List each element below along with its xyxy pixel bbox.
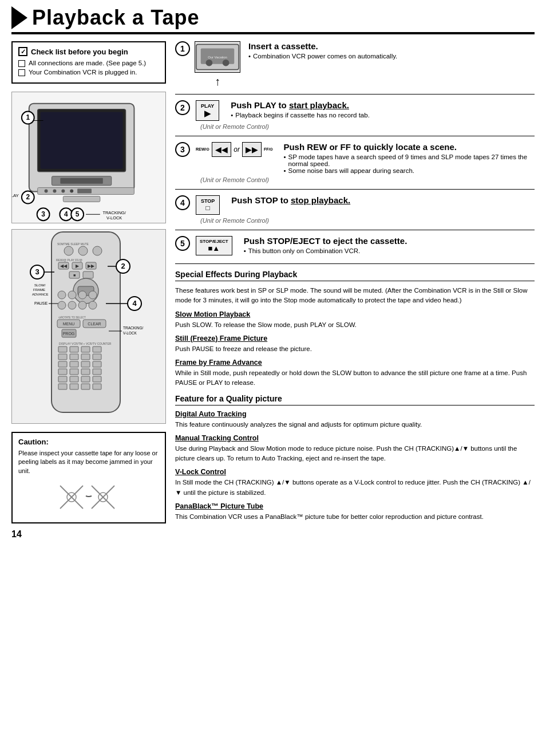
step-4-unit-label: (Unit or Remote Control)	[175, 217, 535, 224]
step-5-title: Push STOP/EJECT to eject the cassette.	[244, 236, 535, 246]
step-3-unit-label: (Unit or Remote Control)	[175, 176, 535, 183]
svg-point-6	[45, 190, 48, 193]
step-2-section: 2 PLAY ▶ Push PLAY to start playback. • …	[175, 100, 535, 136]
panablack-title: PanaBlack™ Picture Tube	[175, 502, 535, 510]
svg-point-30	[78, 246, 88, 255]
svg-text:FRAME: FRAME	[33, 288, 45, 292]
svg-rect-65	[58, 346, 67, 352]
checklist-title: ✓ Check list before you begin	[18, 47, 159, 56]
step-4-row: 4 STOP □ Push STOP to stop playback.	[175, 195, 535, 215]
feature-section: Feature for a Quality picture Digital Au…	[175, 394, 535, 522]
caution-text: Please inspect your cassette tape for an…	[18, 449, 159, 475]
page-title: Playback a Tape	[32, 6, 200, 30]
svg-rect-10	[77, 189, 92, 194]
svg-point-47	[58, 291, 66, 299]
checkbox-icon-1	[18, 60, 25, 67]
svg-text:▶: ▶	[76, 263, 80, 269]
page-number: 14	[11, 529, 166, 540]
special-effects-section: Special Effects During Playback These fe…	[175, 270, 535, 388]
stop-button-icon: STOP □	[196, 195, 220, 215]
feature-section-title: Feature for a Quality picture	[175, 394, 535, 405]
checklist-box: ✓ Check list before you begin All connec…	[11, 41, 166, 84]
svg-rect-86	[70, 384, 78, 389]
step-2-content: Push PLAY to start playback. • Playback …	[231, 100, 535, 119]
step-5-number: 5	[175, 236, 190, 251]
frame-advance-text: While in Still mode, push repeatedly or …	[175, 368, 535, 388]
svg-text:MENU: MENU	[63, 322, 75, 326]
svg-text:SOMTME SLEEP MUTE: SOMTME SLEEP MUTE	[57, 242, 89, 246]
manual-tracking-title: Manual Tracking Control	[175, 434, 535, 442]
svg-rect-2	[41, 112, 123, 169]
svg-text:PROG: PROG	[63, 332, 75, 336]
svg-point-7	[53, 190, 56, 193]
svg-rect-83	[81, 376, 90, 382]
frame-advance-title: Frame by Frame Advance	[175, 359, 535, 367]
svg-rect-69	[58, 354, 67, 360]
rew-button-icon: ◀◀	[212, 142, 231, 157]
svg-text:TRACKING/: TRACKING/	[123, 326, 144, 330]
svg-text:◀◀: ◀◀	[60, 263, 68, 269]
still-frame-text: Push PAUSE to freeze and release the pic…	[175, 344, 535, 354]
svg-rect-80	[93, 369, 101, 375]
checkmark-icon: ✓	[18, 47, 27, 56]
svg-text:PLAY: PLAY	[12, 193, 19, 198]
cassette-illustration: Our Vacation ↑	[195, 41, 240, 88]
step-3-title: Push REW or FF to quickly locate a scene…	[283, 142, 535, 152]
svg-rect-84	[93, 376, 101, 382]
step-2-title: Push PLAY to start playback.	[231, 100, 535, 110]
play-button-icon: PLAY ▶	[196, 100, 219, 121]
checkbox-icon-2	[18, 69, 25, 76]
svg-point-54	[68, 301, 76, 309]
page-header: Playback a Tape	[11, 6, 535, 34]
svg-text:ADVANCE: ADVANCE	[32, 293, 49, 296]
cassette-box: Our Vacation	[195, 41, 240, 73]
special-effects-title: Special Effects During Playback	[175, 270, 535, 281]
remote-svg: SOMTME SLEEP MUTE REW/@ PLAY FF/@ ◀◀ ▶ ▶…	[17, 229, 160, 424]
svg-rect-41	[83, 271, 93, 278]
svg-text:SLOW/: SLOW/	[34, 284, 46, 287]
svg-text:5: 5	[76, 210, 80, 218]
left-column: ✓ Check list before you begin All connec…	[11, 41, 166, 540]
svg-rect-68	[93, 346, 101, 352]
step-2-row: 2 PLAY ▶ Push PLAY to start playback. • …	[175, 100, 535, 121]
step-4-number: 4	[175, 195, 190, 210]
svg-rect-87	[81, 384, 90, 389]
svg-rect-85	[58, 384, 67, 389]
svg-rect-77	[58, 369, 67, 375]
svg-text:REW/@ PLAY FF/@: REW/@ PLAY FF/@	[56, 258, 82, 262]
svg-text:4: 4	[64, 210, 68, 218]
step-1-content: Insert a cassette. • Combination VCR pow…	[248, 41, 535, 60]
svg-rect-79	[81, 369, 90, 375]
ff-label: FF/⊙	[264, 147, 274, 152]
ff-button-icon: ▶▶	[242, 142, 262, 157]
svg-rect-76	[93, 361, 101, 367]
svg-point-48	[68, 291, 76, 299]
panablack-text: This Combination VCR uses a PanaBlack™ p…	[175, 512, 535, 522]
stopeject-button-icon: STOP/EJECT ■▲	[196, 236, 232, 255]
checklist-item-1: All connections are made. (See page 5.)	[18, 60, 159, 67]
svg-rect-66	[70, 346, 78, 352]
svg-rect-72	[93, 354, 101, 360]
step-3-section: 3 REW/⊙ ◀◀ or ▶▶ FF/⊙ Push REW or FF to …	[175, 142, 535, 190]
step-4-content: Push STOP to stop playback.	[231, 195, 535, 207]
svg-text:2: 2	[26, 193, 30, 201]
svg-rect-4	[60, 178, 102, 184]
header-triangle-icon	[11, 6, 27, 29]
step-5-section: 5 STOP/EJECT ■▲ Push STOP/EJECT to eject…	[175, 236, 535, 264]
svg-point-8	[61, 190, 65, 193]
svg-rect-78	[70, 369, 78, 375]
svg-text:PAUSE: PAUSE	[34, 301, 48, 305]
step-5-bullet: • This button only on Combination VCR.	[244, 247, 535, 254]
digital-auto-tracking-text: This feature continuously analyzes the s…	[175, 420, 535, 430]
step-1-bullet-1: • Combination VCR power comes on automat…	[248, 53, 535, 60]
svg-text:V-LOCK: V-LOCK	[106, 215, 122, 220]
svg-text:CLEAR: CLEAR	[88, 322, 101, 326]
svg-text:TRACKING/: TRACKING/	[102, 210, 126, 215]
vcr-svg: 1 2 PLAY 3 4 5 TRACKING/ V-LOCK	[12, 92, 165, 223]
step-2-bullet: • Playback begins if cassette has no rec…	[231, 112, 535, 119]
step-1-title: Insert a cassette.	[248, 41, 535, 51]
remote-illustration: SOMTME SLEEP MUTE REW/@ PLAY FF/@ ◀◀ ▶ ▶…	[11, 229, 166, 424]
step-3-content: Push REW or FF to quickly locate a scene…	[283, 142, 535, 174]
step-4-title: Push STOP to stop playback.	[231, 195, 535, 205]
svg-point-9	[70, 190, 73, 193]
